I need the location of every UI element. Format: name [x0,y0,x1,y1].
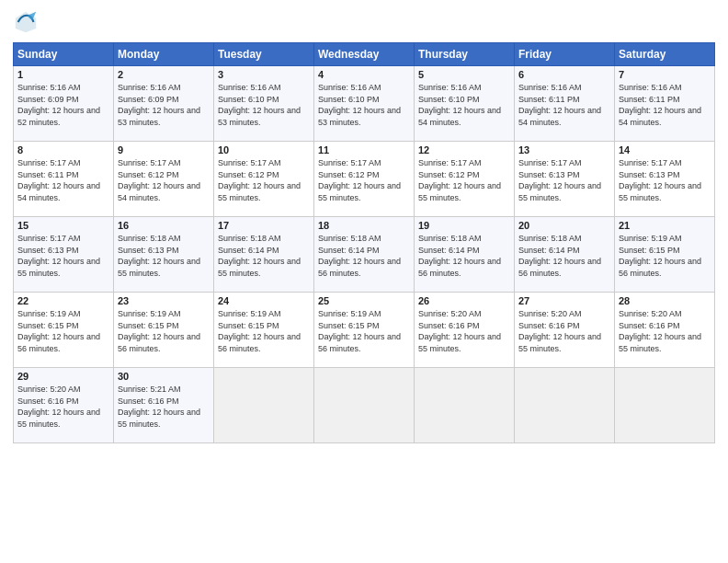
calendar-day-cell: 26 Sunrise: 5:20 AMSunset: 6:16 PMDaylig… [415,293,515,368]
day-info: Sunrise: 5:20 AMSunset: 6:16 PMDaylight:… [518,309,601,353]
day-number: 9 [118,144,210,155]
calendar-day-cell: 14 Sunrise: 5:17 AMSunset: 6:13 PMDaylig… [615,142,715,217]
day-info: Sunrise: 5:18 AMSunset: 6:14 PMDaylight:… [318,234,401,278]
calendar-day-cell [214,368,314,443]
day-number: 22 [17,295,109,306]
day-info: Sunrise: 5:17 AMSunset: 6:13 PMDaylight:… [17,234,100,278]
day-info: Sunrise: 5:16 AMSunset: 6:09 PMDaylight:… [118,83,200,127]
day-number: 12 [418,144,510,155]
day-info: Sunrise: 5:16 AMSunset: 6:11 PMDaylight:… [518,83,601,127]
day-info: Sunrise: 5:17 AMSunset: 6:12 PMDaylight:… [318,158,401,202]
day-number: 25 [318,295,410,306]
day-number: 28 [619,295,711,306]
day-number: 24 [218,295,310,306]
calendar-day-cell [314,368,415,443]
day-number: 20 [518,220,610,231]
day-number: 3 [218,69,310,80]
day-info: Sunrise: 5:19 AMSunset: 6:15 PMDaylight:… [318,309,401,353]
calendar-day-cell [515,368,615,443]
day-info: Sunrise: 5:19 AMSunset: 6:15 PMDaylight:… [619,234,701,278]
calendar-week-row: 29 Sunrise: 5:20 AMSunset: 6:16 PMDaylig… [14,368,715,443]
calendar-day-cell: 27 Sunrise: 5:20 AMSunset: 6:16 PMDaylig… [515,293,615,368]
day-number: 16 [118,220,210,231]
day-info: Sunrise: 5:17 AMSunset: 6:12 PMDaylight:… [218,158,301,202]
day-number: 19 [418,220,510,231]
day-info: Sunrise: 5:20 AMSunset: 6:16 PMDaylight:… [418,309,501,353]
weekday-header: Sunday [14,43,114,66]
day-info: Sunrise: 5:20 AMSunset: 6:16 PMDaylight:… [17,385,100,429]
calendar-day-cell: 23 Sunrise: 5:19 AMSunset: 6:15 PMDaylig… [114,293,214,368]
calendar-day-cell: 1 Sunrise: 5:16 AMSunset: 6:09 PMDayligh… [14,66,114,142]
day-info: Sunrise: 5:17 AMSunset: 6:13 PMDaylight:… [518,158,601,202]
day-info: Sunrise: 5:16 AMSunset: 6:10 PMDaylight:… [218,83,301,127]
day-info: Sunrise: 5:16 AMSunset: 6:10 PMDaylight:… [318,83,401,127]
calendar-day-cell: 19 Sunrise: 5:18 AMSunset: 6:14 PMDaylig… [415,217,515,293]
weekday-header: Monday [114,43,214,66]
calendar-day-cell: 18 Sunrise: 5:18 AMSunset: 6:14 PMDaylig… [314,217,415,293]
day-info: Sunrise: 5:18 AMSunset: 6:13 PMDaylight:… [118,234,200,278]
calendar-day-cell [415,368,515,443]
calendar-day-cell: 15 Sunrise: 5:17 AMSunset: 6:13 PMDaylig… [14,217,114,293]
day-info: Sunrise: 5:19 AMSunset: 6:15 PMDaylight:… [218,309,301,353]
day-number: 11 [318,144,410,155]
calendar-day-cell: 16 Sunrise: 5:18 AMSunset: 6:13 PMDaylig… [114,217,214,293]
day-info: Sunrise: 5:18 AMSunset: 6:14 PMDaylight:… [418,234,501,278]
day-number: 7 [619,69,711,80]
day-info: Sunrise: 5:16 AMSunset: 6:10 PMDaylight:… [418,83,501,127]
calendar-day-cell: 24 Sunrise: 5:19 AMSunset: 6:15 PMDaylig… [214,293,314,368]
calendar-day-cell: 3 Sunrise: 5:16 AMSunset: 6:10 PMDayligh… [214,66,314,142]
day-info: Sunrise: 5:17 AMSunset: 6:12 PMDaylight:… [418,158,501,202]
day-info: Sunrise: 5:19 AMSunset: 6:15 PMDaylight:… [17,309,100,353]
day-number: 2 [118,69,210,80]
day-number: 27 [518,295,610,306]
calendar-day-cell: 29 Sunrise: 5:20 AMSunset: 6:16 PMDaylig… [14,368,114,443]
day-number: 29 [17,371,109,382]
day-number: 6 [518,69,610,80]
day-number: 13 [518,144,610,155]
calendar-day-cell: 8 Sunrise: 5:17 AMSunset: 6:11 PMDayligh… [14,142,114,217]
calendar-week-row: 8 Sunrise: 5:17 AMSunset: 6:11 PMDayligh… [14,142,715,217]
calendar-day-cell: 10 Sunrise: 5:17 AMSunset: 6:12 PMDaylig… [214,142,314,217]
calendar-week-row: 1 Sunrise: 5:16 AMSunset: 6:09 PMDayligh… [14,66,715,142]
day-info: Sunrise: 5:16 AMSunset: 6:11 PMDaylight:… [619,83,701,127]
calendar-day-cell: 17 Sunrise: 5:18 AMSunset: 6:14 PMDaylig… [214,217,314,293]
day-info: Sunrise: 5:17 AMSunset: 6:12 PMDaylight:… [118,158,200,202]
calendar-day-cell [615,368,715,443]
calendar-day-cell: 25 Sunrise: 5:19 AMSunset: 6:15 PMDaylig… [314,293,415,368]
logo [13,9,42,35]
day-number: 8 [17,144,109,155]
calendar-day-cell: 21 Sunrise: 5:19 AMSunset: 6:15 PMDaylig… [615,217,715,293]
weekday-header: Saturday [615,43,715,66]
day-number: 30 [118,371,210,382]
day-info: Sunrise: 5:17 AMSunset: 6:11 PMDaylight:… [17,158,100,202]
day-info: Sunrise: 5:18 AMSunset: 6:14 PMDaylight:… [218,234,301,278]
weekday-header-row: SundayMondayTuesdayWednesdayThursdayFrid… [14,43,715,66]
calendar-day-cell: 28 Sunrise: 5:20 AMSunset: 6:16 PMDaylig… [615,293,715,368]
calendar-day-cell: 6 Sunrise: 5:16 AMSunset: 6:11 PMDayligh… [515,66,615,142]
day-number: 18 [318,220,410,231]
calendar-day-cell: 2 Sunrise: 5:16 AMSunset: 6:09 PMDayligh… [114,66,214,142]
day-info: Sunrise: 5:19 AMSunset: 6:15 PMDaylight:… [118,309,200,353]
page: SundayMondayTuesdayWednesdayThursdayFrid… [0,0,728,563]
calendar-day-cell: 13 Sunrise: 5:17 AMSunset: 6:13 PMDaylig… [515,142,615,217]
calendar-day-cell: 12 Sunrise: 5:17 AMSunset: 6:12 PMDaylig… [415,142,515,217]
weekday-header: Wednesday [314,43,415,66]
day-info: Sunrise: 5:18 AMSunset: 6:14 PMDaylight:… [518,234,601,278]
calendar-day-cell: 7 Sunrise: 5:16 AMSunset: 6:11 PMDayligh… [615,66,715,142]
weekday-header: Thursday [415,43,515,66]
calendar-day-cell: 20 Sunrise: 5:18 AMSunset: 6:14 PMDaylig… [515,217,615,293]
day-info: Sunrise: 5:21 AMSunset: 6:16 PMDaylight:… [118,385,200,429]
header [13,9,715,35]
day-number: 21 [619,220,711,231]
day-info: Sunrise: 5:17 AMSunset: 6:13 PMDaylight:… [619,158,701,202]
calendar-day-cell: 4 Sunrise: 5:16 AMSunset: 6:10 PMDayligh… [314,66,415,142]
calendar-week-row: 15 Sunrise: 5:17 AMSunset: 6:13 PMDaylig… [14,217,715,293]
day-number: 26 [418,295,510,306]
day-number: 1 [17,69,109,80]
calendar-day-cell: 9 Sunrise: 5:17 AMSunset: 6:12 PMDayligh… [114,142,214,217]
logo-icon [13,9,39,35]
day-number: 15 [17,220,109,231]
calendar-day-cell: 22 Sunrise: 5:19 AMSunset: 6:15 PMDaylig… [14,293,114,368]
day-number: 10 [218,144,310,155]
day-info: Sunrise: 5:20 AMSunset: 6:16 PMDaylight:… [619,309,701,353]
